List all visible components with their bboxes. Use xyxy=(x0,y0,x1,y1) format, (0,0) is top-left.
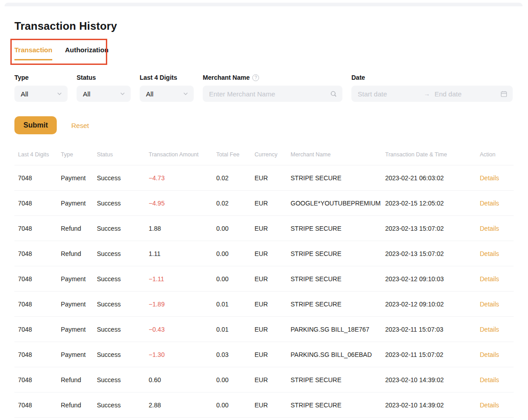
col-header-amount: Transaction Amount xyxy=(149,151,216,158)
cell-fee: 0.02 xyxy=(216,174,255,182)
tabs-section: Transaction Authorization xyxy=(14,39,514,66)
cell-status: Success xyxy=(97,402,149,409)
cell-status: Success xyxy=(97,250,149,257)
cell-type: Payment xyxy=(61,200,97,207)
cell-action: Details xyxy=(480,351,514,358)
col-header-status: Status xyxy=(97,151,149,158)
tab-transaction[interactable]: Transaction xyxy=(14,46,52,60)
cell-datetime: 2023-02-10 14:39:02 xyxy=(385,376,480,383)
status-select[interactable]: All xyxy=(77,86,131,102)
details-link[interactable]: Details xyxy=(480,250,499,257)
calendar-icon[interactable] xyxy=(501,91,507,97)
cell-datetime: 2023-02-15 12:05:02 xyxy=(385,200,480,207)
cell-datetime: 2023-02-11 15:07:02 xyxy=(385,351,480,358)
cell-status: Success xyxy=(97,376,149,383)
table-row: 7048RefundSuccess0.600.00EURSTRIPE SECUR… xyxy=(14,367,514,392)
cell-status: Success xyxy=(97,275,149,283)
page-top-strip xyxy=(5,3,523,6)
table-bottom-divider xyxy=(14,417,514,418)
date-filter-label: Date xyxy=(351,74,513,81)
cell-datetime: 2023-02-12 09:10:03 xyxy=(385,275,480,283)
cell-merchant: GOOGLE*YOUTUBEPREMIUM xyxy=(291,200,385,207)
details-link[interactable]: Details xyxy=(480,326,499,333)
filter-last4: Last 4 Digits All xyxy=(140,74,194,102)
type-select[interactable]: All xyxy=(14,86,68,102)
cell-currency: EUR xyxy=(255,250,291,257)
type-filter-label: Type xyxy=(14,74,68,81)
last4-select[interactable]: All xyxy=(140,86,194,102)
filter-actions: Submit Reset xyxy=(14,116,514,134)
submit-button[interactable]: Submit xyxy=(14,116,57,134)
cell-last4: 7048 xyxy=(18,301,61,308)
cell-fee: 0.01 xyxy=(216,326,255,333)
details-link[interactable]: Details xyxy=(480,200,499,207)
cell-merchant: STRIPE SECURE xyxy=(291,301,385,308)
filter-status: Status All xyxy=(77,74,131,102)
table-row: 7048PaymentSuccess−4.950.02EURGOOGLE*YOU… xyxy=(14,190,514,215)
col-header-last4: Last 4 Digits xyxy=(18,151,61,158)
cell-amount: −1.30 xyxy=(149,351,216,358)
table-row: 7048PaymentSuccess−1.300.03EURPARKING.SG… xyxy=(14,342,514,367)
tab-authorization[interactable]: Authorization xyxy=(65,46,109,60)
details-link[interactable]: Details xyxy=(480,174,499,182)
cell-type: Payment xyxy=(61,275,97,283)
cell-type: Refund xyxy=(61,376,97,383)
cell-datetime: 2023-02-10 14:39:02 xyxy=(385,402,480,409)
merchant-filter-label: Merchant Name ? xyxy=(203,74,342,81)
cell-amount: 1.88 xyxy=(149,225,216,232)
details-link[interactable]: Details xyxy=(480,275,499,283)
arrow-right-icon: → xyxy=(424,90,430,97)
date-range-input[interactable]: Start date → End date xyxy=(351,86,513,102)
cell-fee: 0.00 xyxy=(216,376,255,383)
cell-type: Payment xyxy=(61,301,97,308)
cell-last4: 7048 xyxy=(18,174,61,182)
chevron-down-icon xyxy=(120,91,125,96)
start-date-placeholder: Start date xyxy=(358,90,419,98)
cell-fee: 0.03 xyxy=(216,351,255,358)
col-header-action: Action xyxy=(480,151,514,158)
chevron-down-icon xyxy=(57,91,62,96)
cell-last4: 7048 xyxy=(18,326,61,333)
end-date-placeholder: End date xyxy=(435,90,496,98)
details-link[interactable]: Details xyxy=(480,301,499,308)
details-link[interactable]: Details xyxy=(480,351,499,358)
cell-currency: EUR xyxy=(255,351,291,358)
cell-last4: 7048 xyxy=(18,351,61,358)
page-title: Transaction History xyxy=(14,20,514,32)
cell-last4: 7048 xyxy=(18,402,61,409)
merchant-name-input[interactable]: Enter Merchant Name xyxy=(203,86,342,102)
cell-action: Details xyxy=(480,174,514,182)
details-link[interactable]: Details xyxy=(480,225,499,232)
cell-merchant: STRIPE SECURE xyxy=(291,275,385,283)
cell-action: Details xyxy=(480,200,514,207)
cell-status: Success xyxy=(97,326,149,333)
details-link[interactable]: Details xyxy=(480,376,499,383)
cell-status: Success xyxy=(97,351,149,358)
cell-action: Details xyxy=(480,326,514,333)
filter-date: Date Start date → End date xyxy=(351,74,513,102)
cell-action: Details xyxy=(480,250,514,257)
table-row: 7048PaymentSuccess−1.890.01EURSTRIPE SEC… xyxy=(14,291,514,316)
cell-merchant: STRIPE SECURE xyxy=(291,376,385,383)
col-header-datetime: Transaction Date & Time xyxy=(385,151,480,158)
reset-button[interactable]: Reset xyxy=(71,122,89,129)
cell-amount: 1.11 xyxy=(149,250,216,257)
status-select-value: All xyxy=(83,90,91,98)
table-row: 7048PaymentSuccess−0.430.01EURPARKING.SG… xyxy=(14,316,514,342)
details-link[interactable]: Details xyxy=(480,402,499,409)
status-filter-label: Status xyxy=(77,74,131,81)
search-icon[interactable] xyxy=(330,91,337,97)
merchant-input-placeholder: Enter Merchant Name xyxy=(209,90,275,98)
cell-amount: −1.89 xyxy=(149,301,216,308)
cell-merchant: STRIPE SECURE xyxy=(291,225,385,232)
cell-amount: −4.73 xyxy=(149,174,216,182)
cell-merchant: STRIPE SECURE xyxy=(291,250,385,257)
cell-fee: 0.00 xyxy=(216,402,255,409)
cell-type: Payment xyxy=(61,326,97,333)
cell-amount: −0.43 xyxy=(149,326,216,333)
tab-bar: Transaction Authorization xyxy=(14,39,514,60)
filter-merchant: Merchant Name ? Enter Merchant Name xyxy=(203,74,342,102)
cell-fee: 0.00 xyxy=(216,225,255,232)
merchant-filter-label-text: Merchant Name xyxy=(203,74,250,81)
question-circle-icon[interactable]: ? xyxy=(252,74,259,81)
